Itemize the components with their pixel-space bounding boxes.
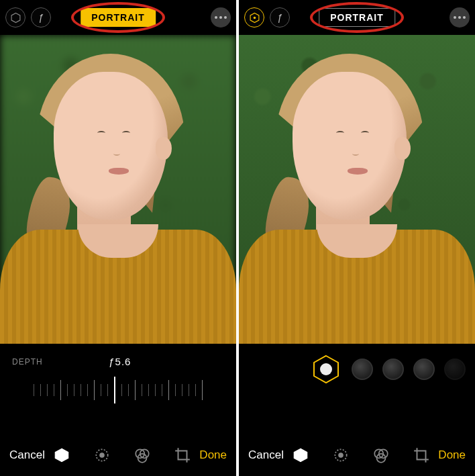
- lighting-option-stage[interactable]: [413, 359, 435, 380]
- top-toolbar: ƒ PORTRAIT: [239, 0, 475, 35]
- adjust-tab-icon[interactable]: [93, 446, 111, 464]
- photo-preview: [239, 35, 475, 344]
- portrait-tab-icon[interactable]: [53, 446, 70, 464]
- lighting-option-contour[interactable]: [382, 359, 404, 380]
- more-button[interactable]: [450, 7, 470, 28]
- lighting-hex-button[interactable]: [244, 7, 264, 28]
- done-button[interactable]: Done: [438, 448, 466, 462]
- depth-readout: DEPTH ƒ5.6: [0, 344, 236, 374]
- more-button[interactable]: [211, 7, 231, 28]
- done-button[interactable]: Done: [199, 448, 227, 462]
- crop-tab-icon[interactable]: [174, 446, 191, 464]
- ellipsis-icon: [215, 16, 227, 19]
- portrait-tab-icon[interactable]: [292, 446, 309, 464]
- lighting-option-studio[interactable]: [352, 359, 373, 380]
- lighting-carousel[interactable]: [239, 344, 475, 395]
- edit-tool-tabs: [45, 446, 199, 464]
- svg-marker-0: [11, 13, 20, 22]
- lighting-hex-button[interactable]: [5, 7, 25, 28]
- edit-tool-tabs: [284, 446, 438, 464]
- adjust-tab-icon[interactable]: [332, 446, 350, 464]
- svg-point-20: [339, 453, 344, 458]
- depth-slider[interactable]: [0, 374, 236, 406]
- depth-value: ƒ5.6: [109, 356, 131, 367]
- photo-preview: [0, 35, 236, 344]
- lighting-option-natural[interactable]: [310, 353, 342, 385]
- portrait-subject: [0, 35, 236, 344]
- portrait-mode-label: PORTRAIT: [91, 12, 145, 23]
- crop-tab-icon[interactable]: [413, 446, 430, 464]
- aperture-f-button[interactable]: ƒ: [31, 7, 51, 28]
- portrait-mode-toggle[interactable]: PORTRAIT: [319, 8, 395, 27]
- svg-point-14: [320, 363, 332, 375]
- depth-slider-thumb[interactable]: [114, 377, 115, 403]
- svg-point-11: [253, 16, 256, 19]
- portrait-mode-label: PORTRAIT: [330, 12, 384, 23]
- depth-label: DEPTH: [12, 357, 43, 367]
- phone-left: ƒ PORTRAIT DEPTH ƒ5.6: [0, 0, 236, 476]
- portrait-mode-toggle[interactable]: PORTRAIT: [81, 8, 156, 27]
- phone-right: ƒ PORTRAIT: [239, 0, 475, 476]
- bottom-toolbar: Cancel Done: [0, 434, 236, 476]
- top-toolbar: ƒ PORTRAIT: [0, 0, 236, 35]
- depth-controls: DEPTH ƒ5.6: [0, 344, 236, 434]
- filters-tab-icon[interactable]: [372, 446, 390, 464]
- bottom-toolbar: Cancel Done: [239, 434, 475, 476]
- svg-point-6: [100, 453, 105, 458]
- cancel-button[interactable]: Cancel: [9, 448, 45, 462]
- filters-tab-icon[interactable]: [134, 446, 151, 464]
- aperture-f-button[interactable]: ƒ: [270, 7, 290, 28]
- lighting-option-more[interactable]: [444, 359, 466, 380]
- ellipsis-icon: [454, 16, 466, 19]
- portrait-subject: [239, 35, 475, 344]
- cancel-button[interactable]: Cancel: [248, 448, 284, 462]
- lighting-controls: [239, 344, 475, 434]
